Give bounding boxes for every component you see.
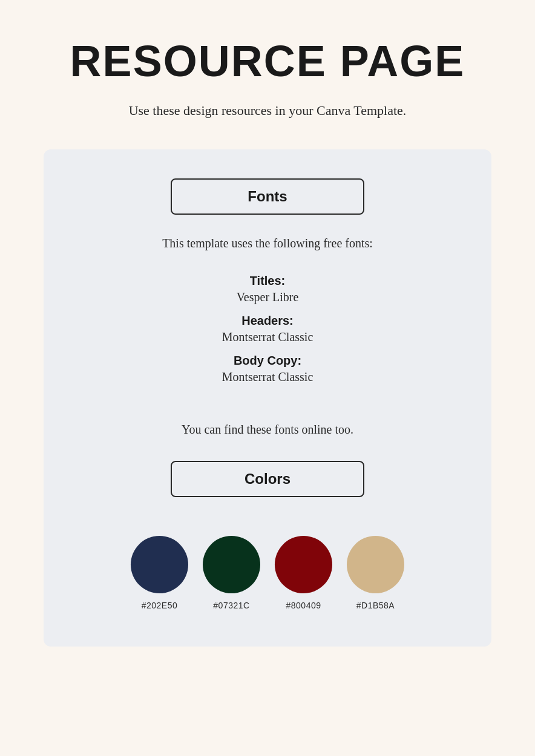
fonts-description: This template uses the following free fo… xyxy=(162,234,373,252)
colors-section-label: Colors xyxy=(171,461,364,497)
color-item-2: #07321C xyxy=(203,536,260,610)
font-list: Titles: Vesper Libre Headers: Montserrat… xyxy=(222,274,313,394)
headers-value: Montserrat Classic xyxy=(222,330,313,344)
color-swatches: #202E50 #07321C #800409 #D1B58A xyxy=(131,536,404,610)
color-hex-4: #D1B58A xyxy=(356,601,395,610)
color-item-1: #202E50 xyxy=(131,536,188,610)
titles-value: Vesper Libre xyxy=(222,290,313,304)
color-item-3: #800409 xyxy=(275,536,332,610)
color-circle-1 xyxy=(131,536,188,593)
page-title: RESOURCE PAGE xyxy=(70,36,465,86)
color-hex-2: #07321C xyxy=(213,601,249,610)
resource-card: Fonts This template uses the following f… xyxy=(44,149,491,647)
color-circle-2 xyxy=(203,536,260,593)
colors-section: Colors #202E50 #07321C #800409 #D1B58A xyxy=(80,461,455,610)
color-item-4: #D1B58A xyxy=(347,536,404,610)
color-hex-3: #800409 xyxy=(286,601,321,610)
fonts-section-label: Fonts xyxy=(171,178,364,215)
body-copy-value: Montserrat Classic xyxy=(222,370,313,384)
headers-label: Headers: xyxy=(222,314,313,328)
color-circle-4 xyxy=(347,536,404,593)
titles-label: Titles: xyxy=(222,274,313,288)
page-subtitle: Use these design resources in your Canva… xyxy=(129,100,407,120)
color-circle-3 xyxy=(275,536,332,593)
find-fonts-text: You can find these fonts online too. xyxy=(182,423,353,437)
color-hex-1: #202E50 xyxy=(142,601,178,610)
body-copy-label: Body Copy: xyxy=(222,354,313,368)
